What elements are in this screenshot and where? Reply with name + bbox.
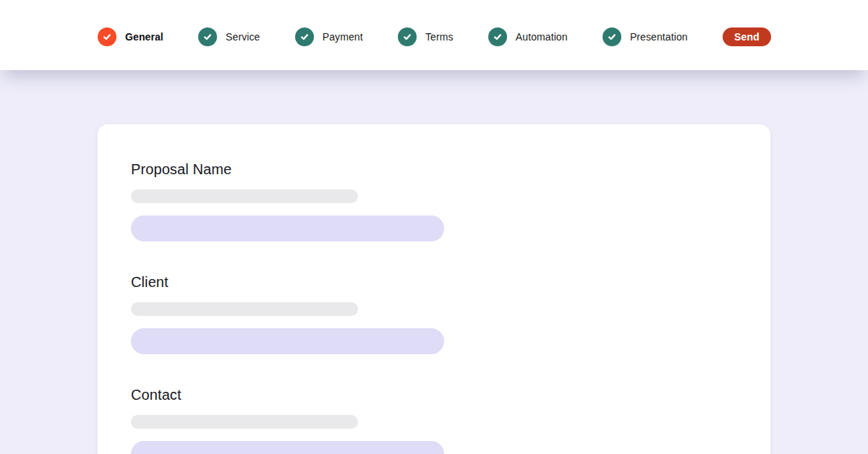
step-label: Presentation [630, 31, 688, 43]
step-terms[interactable]: Terms [398, 27, 454, 46]
check-icon [98, 27, 116, 46]
step-presentation[interactable]: Presentation [603, 27, 688, 46]
contact-input[interactable] [131, 441, 444, 454]
step-label: Service [226, 31, 260, 43]
proposal-form-card: Proposal Name Client Contact [98, 124, 770, 454]
step-automation[interactable]: Automation [488, 27, 568, 46]
step-label: General [125, 31, 163, 43]
step-label: Terms [425, 31, 454, 43]
check-icon [603, 27, 621, 46]
field-helper-skeleton [131, 302, 358, 316]
stepper-header: General Service Payment Terms Automation [0, 0, 868, 70]
check-icon [488, 27, 507, 46]
client-input[interactable] [131, 328, 444, 354]
step-general[interactable]: General [98, 27, 163, 46]
field-label-contact: Contact [131, 386, 737, 403]
field-helper-skeleton [131, 189, 358, 203]
field-helper-skeleton [131, 415, 358, 429]
check-icon [198, 27, 217, 46]
field-label-client: Client [131, 273, 737, 291]
field-group-contact: Contact [131, 386, 737, 454]
check-icon [295, 27, 314, 46]
field-label-proposal-name: Proposal Name [131, 160, 737, 178]
check-icon [398, 27, 417, 46]
field-group-proposal-name: Proposal Name [131, 160, 737, 241]
send-button[interactable]: Send [723, 27, 771, 46]
step-label: Payment [323, 31, 363, 43]
proposal-name-input[interactable] [131, 215, 444, 241]
field-group-client: Client [131, 273, 737, 354]
step-payment[interactable]: Payment [295, 27, 363, 46]
step-service[interactable]: Service [198, 27, 260, 46]
step-label: Automation [516, 31, 568, 43]
stepper-nav: General Service Payment Terms Automation [98, 0, 771, 70]
